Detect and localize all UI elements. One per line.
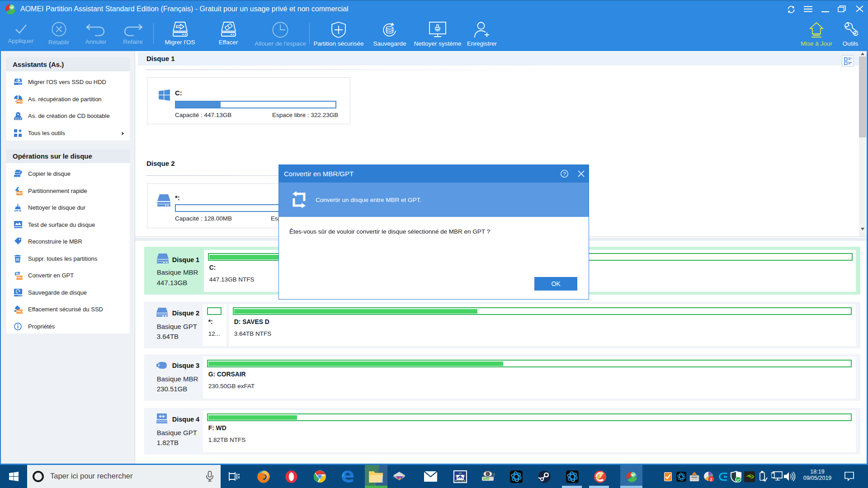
svg-text:PRO: PRO [16,276,23,279]
svg-text:2: 2 [710,477,712,482]
svg-text:PRO: PRO [16,310,23,313]
svg-text:PRO: PRO [16,192,23,195]
svg-text:PRO: PRO [16,100,23,103]
svg-text:?: ? [563,171,566,177]
